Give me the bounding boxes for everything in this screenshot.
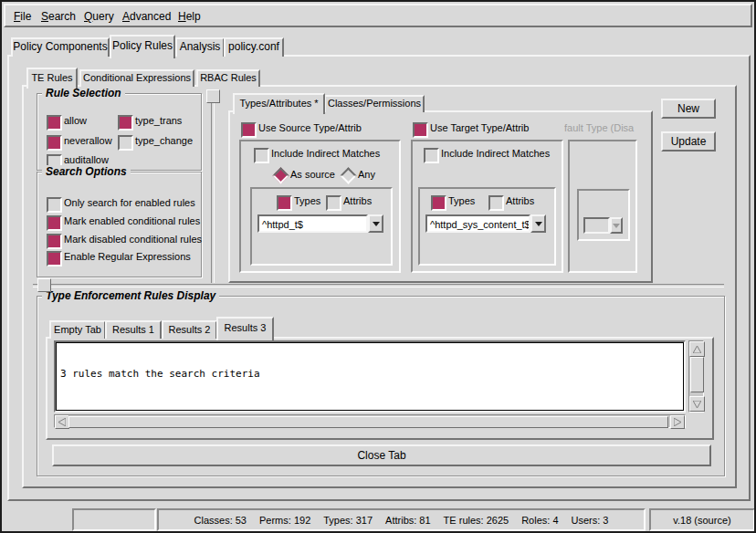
tab-results-3[interactable]: Results 3 bbox=[216, 317, 274, 340]
checkbox-source-attribs[interactable] bbox=[326, 195, 341, 211]
source-types-label[interactable]: Types bbox=[294, 195, 320, 207]
checkbox-enable-regex[interactable] bbox=[47, 251, 62, 266]
status-attribs: Attribs: 81 bbox=[385, 515, 431, 526]
source-combobox-dropdown[interactable] bbox=[368, 214, 383, 233]
status-te-rules: TE rules: 2625 bbox=[444, 515, 509, 526]
menu-query[interactable]: Query bbox=[84, 10, 114, 23]
status-cell-stats: Classes: 53 Perms: 192 Types: 317 Attrib… bbox=[157, 508, 646, 531]
default-type-combobox-dropdown bbox=[610, 217, 623, 234]
horizontal-scrollbar-thumb[interactable] bbox=[68, 416, 668, 428]
status-types: Types: 317 bbox=[323, 515, 373, 526]
update-button[interactable]: Update bbox=[661, 131, 716, 152]
status-users: Users: 3 bbox=[572, 515, 609, 526]
checkbox-neverallow-label[interactable]: neverallow bbox=[64, 135, 112, 147]
horizontal-sash-handle[interactable] bbox=[37, 278, 51, 292]
scroll-right-icon[interactable] bbox=[670, 415, 685, 429]
results-text-area-frame: 3 rules match the search criteria (5822)… bbox=[54, 340, 686, 413]
checkbox-only-enabled[interactable] bbox=[47, 197, 62, 213]
status-cell-empty bbox=[72, 508, 156, 531]
tab-te-rules[interactable]: TE Rules bbox=[26, 68, 78, 89]
rule-selection-title: Rule Selection bbox=[42, 87, 125, 99]
tab-types-attributes[interactable]: Types/Attributes * bbox=[233, 93, 325, 114]
status-cell-version: v.18 (source) bbox=[649, 508, 755, 531]
checkbox-mark-disabled-label[interactable]: Mark disabled conditional rules bbox=[64, 234, 202, 246]
apol-window: File Search Query Advanced Help Policy C… bbox=[0, 0, 756, 533]
tab-results-1[interactable]: Results 1 bbox=[105, 320, 162, 339]
results-text-area[interactable]: 3 rules match the search criteria (5822)… bbox=[56, 342, 684, 411]
checkbox-target-indirect[interactable] bbox=[424, 148, 439, 163]
vertical-sash bbox=[211, 89, 215, 283]
checkbox-use-target[interactable] bbox=[413, 122, 428, 138]
te-display-title: Type Enforcement Rules Display bbox=[42, 289, 219, 302]
dropdown-arrow-icon bbox=[373, 222, 380, 226]
radio-as-source-label[interactable]: As source bbox=[290, 169, 335, 181]
checkbox-source-types[interactable] bbox=[277, 195, 292, 211]
target-types-label[interactable]: Types bbox=[448, 195, 475, 207]
results-summary: 3 rules match the search criteria bbox=[60, 368, 679, 380]
vertical-scrollbar-thumb[interactable] bbox=[690, 357, 704, 392]
results-horizontal-scrollbar[interactable] bbox=[54, 414, 686, 428]
default-type-label: fault Type (Disa bbox=[564, 122, 637, 134]
menu-bar: File Search Query Advanced Help bbox=[4, 4, 752, 27]
checkbox-allow[interactable] bbox=[47, 115, 62, 131]
target-combobox-dropdown[interactable] bbox=[530, 214, 546, 233]
checkbox-use-source[interactable] bbox=[241, 122, 257, 138]
menu-search[interactable]: Search bbox=[41, 10, 76, 23]
scroll-down-icon[interactable] bbox=[689, 396, 705, 412]
status-roles: Roles: 4 bbox=[521, 515, 558, 526]
checkbox-only-enabled-label[interactable]: Only search for enabled rules bbox=[64, 197, 195, 209]
tab-conditional-expressions[interactable]: Conditional Expressions bbox=[79, 69, 194, 87]
menu-advanced[interactable]: Advanced bbox=[122, 10, 171, 23]
dropdown-arrow-icon bbox=[535, 222, 542, 226]
tab-policy-conf[interactable]: policy.conf bbox=[224, 37, 284, 57]
scroll-left-icon[interactable] bbox=[55, 415, 69, 429]
checkbox-source-indirect[interactable] bbox=[254, 148, 269, 163]
close-tab-button[interactable]: Close Tab bbox=[52, 444, 711, 466]
checkbox-mark-enabled-label[interactable]: Mark enabled conditional rules bbox=[64, 215, 200, 227]
checkbox-type-trans-label[interactable]: type_trans bbox=[135, 115, 182, 127]
checkbox-type-change[interactable] bbox=[118, 135, 133, 151]
status-version: v.18 (source) bbox=[673, 515, 730, 526]
checkbox-type-change-label[interactable]: type_change bbox=[135, 135, 193, 147]
menu-file[interactable]: File bbox=[14, 10, 31, 23]
radio-any-label[interactable]: Any bbox=[358, 169, 375, 181]
default-type-combobox bbox=[583, 217, 610, 234]
scroll-up-icon[interactable] bbox=[689, 341, 705, 357]
use-target-label[interactable]: Use Target Type/Attrib bbox=[430, 122, 529, 134]
source-attribs-label[interactable]: Attribs bbox=[343, 195, 372, 207]
dropdown-arrow-icon bbox=[613, 224, 620, 228]
horizontal-sash bbox=[33, 284, 724, 287]
status-perms: Perms: 192 bbox=[259, 515, 310, 526]
checkbox-target-attribs[interactable] bbox=[488, 195, 504, 211]
tab-policy-rules[interactable]: Policy Rules bbox=[110, 35, 175, 58]
menu-help[interactable]: Help bbox=[178, 10, 201, 23]
results-vertical-scrollbar[interactable] bbox=[688, 340, 704, 413]
tab-empty-tab[interactable]: Empty Tab bbox=[49, 320, 106, 339]
checkbox-neverallow[interactable] bbox=[47, 135, 62, 151]
vertical-sash-handle[interactable] bbox=[206, 89, 220, 103]
tab-classes-permissions[interactable]: Classes/Permissions bbox=[324, 95, 425, 112]
checkbox-target-types[interactable] bbox=[431, 195, 446, 211]
source-indirect-label[interactable]: Include Indirect Matches bbox=[271, 148, 380, 160]
target-attribs-label[interactable]: Attribs bbox=[506, 195, 534, 207]
status-classes: Classes: 53 bbox=[194, 515, 247, 526]
tab-policy-components[interactable]: Policy Components bbox=[11, 37, 110, 57]
use-source-label[interactable]: Use Source Type/Attrib bbox=[258, 122, 362, 134]
target-type-combobox[interactable]: ^httpd_sys_content_t$ bbox=[425, 214, 530, 233]
checkbox-mark-disabled[interactable] bbox=[47, 234, 62, 249]
target-indirect-label[interactable]: Include Indirect Matches bbox=[441, 148, 550, 160]
tab-rbac-rules[interactable]: RBAC Rules bbox=[196, 69, 260, 87]
checkbox-type-trans[interactable] bbox=[118, 115, 133, 131]
new-button[interactable]: New bbox=[661, 99, 716, 119]
checkbox-allow-label[interactable]: allow bbox=[64, 115, 87, 127]
source-type-combobox[interactable]: ^httpd_t$ bbox=[257, 214, 368, 233]
checkbox-enable-regex-label[interactable]: Enable Regular Expressions bbox=[64, 251, 191, 263]
search-options-title: Search Options bbox=[42, 165, 131, 178]
tab-analysis[interactable]: Analysis bbox=[175, 37, 225, 57]
checkbox-mark-enabled[interactable] bbox=[47, 215, 62, 231]
tab-results-2[interactable]: Results 2 bbox=[162, 320, 217, 339]
